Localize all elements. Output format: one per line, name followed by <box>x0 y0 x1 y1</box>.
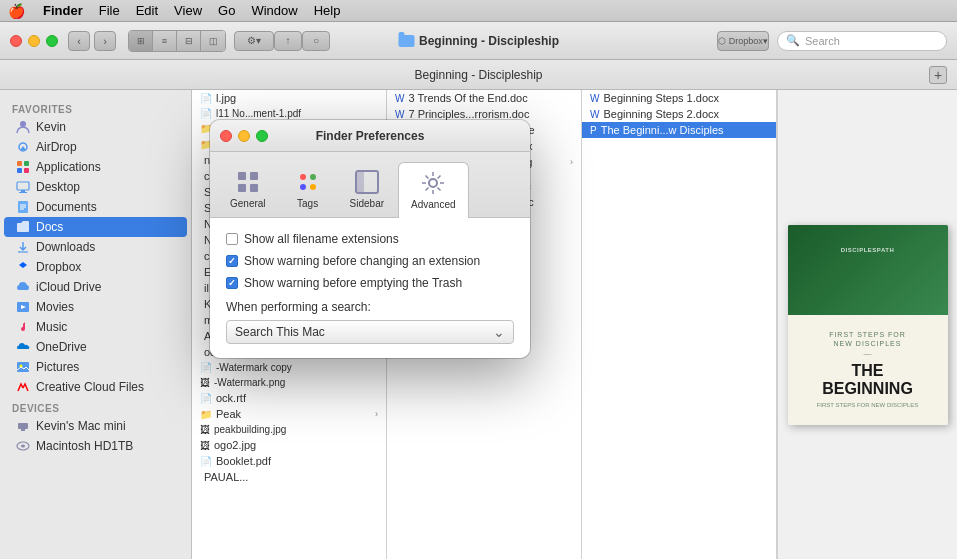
svg-rect-23 <box>250 172 258 180</box>
traffic-lights <box>10 35 58 47</box>
modal-close-button[interactable] <box>220 130 232 142</box>
modal-maximize-button[interactable] <box>256 130 268 142</box>
search-dropdown[interactable]: Search This Mac ⌄ <box>226 320 514 344</box>
tab-sidebar[interactable]: Sidebar <box>338 162 396 217</box>
menu-go[interactable]: Go <box>210 3 243 18</box>
modal-titlebar: Finder Preferences <box>210 120 530 152</box>
svg-rect-31 <box>356 171 364 193</box>
list-view-btn[interactable]: ≡ <box>153 31 177 51</box>
show-extensions-checkbox[interactable] <box>226 233 238 245</box>
svg-rect-24 <box>238 184 246 192</box>
tab-general[interactable]: General <box>218 162 278 217</box>
main-content: Favorites Kevin AirDrop Applications <box>0 90 957 559</box>
general-icon <box>234 168 262 196</box>
maximize-button[interactable] <box>46 35 58 47</box>
svg-point-27 <box>310 174 316 180</box>
folder-icon <box>398 35 414 47</box>
advanced-tab-label: Advanced <box>411 199 455 210</box>
close-button[interactable] <box>10 35 22 47</box>
search-section-label: When performing a search: <box>226 300 514 314</box>
general-tab-label: General <box>230 198 266 209</box>
path-title: Beginning - Discipleship <box>414 68 542 82</box>
view-buttons: ⊞ ≡ ⊟ ◫ <box>128 30 226 52</box>
toolbar-right: ⬡ Dropbox▾ 🔍 Search <box>717 31 947 51</box>
share-button[interactable]: ↑ <box>274 31 302 51</box>
dropdown-arrow-icon: ⌄ <box>493 324 505 340</box>
finder-preferences-modal: Finder Preferences General Tags <box>210 120 530 358</box>
show-extensions-label: Show all filename extensions <box>244 232 399 246</box>
sidebar-tab-label: Sidebar <box>350 198 384 209</box>
titlebar: ‹ › ⊞ ≡ ⊟ ◫ ⚙▾ ↑ ○ Beginning - Disciples… <box>0 22 957 60</box>
icon-view-btn[interactable]: ⊞ <box>129 31 153 51</box>
modal-overlay: Finder Preferences General Tags <box>0 90 957 559</box>
warn-extension-checkbox[interactable] <box>226 255 238 267</box>
menu-view[interactable]: View <box>166 3 210 18</box>
back-button[interactable]: ‹ <box>68 31 90 51</box>
svg-rect-22 <box>238 172 246 180</box>
column-view-btn[interactable]: ⊟ <box>177 31 201 51</box>
tags-icon <box>294 168 322 196</box>
tab-advanced[interactable]: Advanced <box>398 162 468 218</box>
search-placeholder: Search <box>805 35 840 47</box>
tab-tags[interactable]: Tags <box>280 162 336 217</box>
svg-point-28 <box>300 184 306 190</box>
path-bar: Beginning - Discipleship + <box>0 60 957 90</box>
warn-trash-checkbox[interactable] <box>226 277 238 289</box>
svg-rect-25 <box>250 184 258 192</box>
menu-window[interactable]: Window <box>243 3 305 18</box>
svg-point-32 <box>429 179 437 187</box>
checkbox-row-2: Show warning before changing an extensio… <box>226 254 514 268</box>
search-icon: 🔍 <box>786 34 800 47</box>
menu-file[interactable]: File <box>91 3 128 18</box>
menubar: 🍎 Finder File Edit View Go Window Help <box>0 0 957 22</box>
checkbox-row-1: Show all filename extensions <box>226 232 514 246</box>
modal-minimize-button[interactable] <box>238 130 250 142</box>
modal-title: Finder Preferences <box>316 129 425 143</box>
menu-help[interactable]: Help <box>306 3 349 18</box>
warn-extension-label: Show warning before changing an extensio… <box>244 254 480 268</box>
advanced-icon <box>419 169 447 197</box>
tags-tab-label: Tags <box>297 198 318 209</box>
window-title: Beginning - Discipleship <box>398 34 559 48</box>
svg-point-29 <box>310 184 316 190</box>
tag-button[interactable]: ○ <box>302 31 330 51</box>
action-button[interactable]: ⚙▾ <box>234 31 274 51</box>
search-section: When performing a search: Search This Ma… <box>226 300 514 344</box>
search-dropdown-value: Search This Mac <box>235 325 325 339</box>
forward-button[interactable]: › <box>94 31 116 51</box>
apple-menu[interactable]: 🍎 <box>8 3 25 19</box>
add-button[interactable]: + <box>929 66 947 84</box>
search-bar[interactable]: 🔍 Search <box>777 31 947 51</box>
dropbox-button[interactable]: ⬡ Dropbox▾ <box>717 31 769 51</box>
svg-point-26 <box>300 174 306 180</box>
nav-buttons: ‹ › <box>68 31 116 51</box>
modal-content: Show all filename extensions Show warnin… <box>210 218 530 358</box>
modal-tabs: General Tags Sidebar <box>210 152 530 218</box>
checkbox-row-3: Show warning before emptying the Trash <box>226 276 514 290</box>
menu-finder[interactable]: Finder <box>35 3 91 18</box>
minimize-button[interactable] <box>28 35 40 47</box>
gallery-view-btn[interactable]: ◫ <box>201 31 225 51</box>
finder-window: ‹ › ⊞ ≡ ⊟ ◫ ⚙▾ ↑ ○ Beginning - Disciples… <box>0 22 957 559</box>
menu-edit[interactable]: Edit <box>128 3 166 18</box>
modal-traffic-lights <box>220 130 268 142</box>
warn-trash-label: Show warning before emptying the Trash <box>244 276 462 290</box>
sidebar-tab-icon <box>353 168 381 196</box>
